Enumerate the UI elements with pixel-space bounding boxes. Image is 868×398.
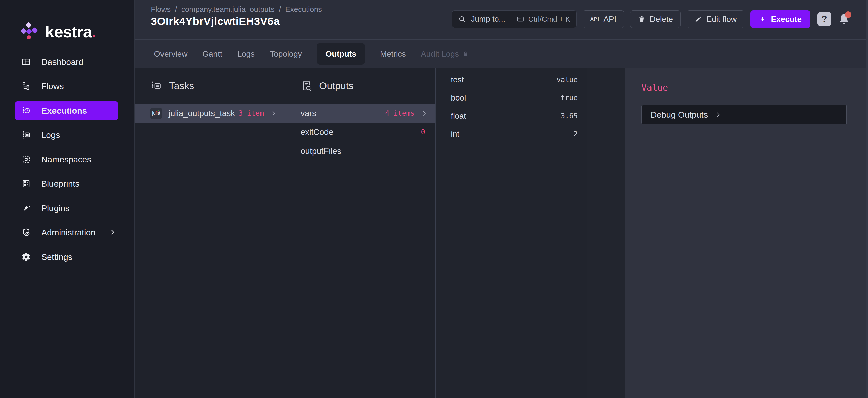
breadcrumb: Flows / company.team.julia_outputs / Exe… <box>151 5 322 13</box>
tab-overview[interactable]: Overview <box>154 49 187 59</box>
var-value: 3.65 <box>561 112 578 120</box>
edit-flow-button[interactable]: Edit flow <box>687 10 744 28</box>
sidebar-item-label: Plugins <box>41 203 69 213</box>
tasks-panel-header: Tasks <box>135 68 285 104</box>
sidebar-item-label: Executions <box>41 106 87 116</box>
tasks-panel-title: Tasks <box>169 81 194 91</box>
sidebar-item-flows[interactable]: Flows <box>0 76 134 96</box>
topbar: Flows / company.team.julia_outputs / Exe… <box>135 0 866 40</box>
var-row-bool[interactable]: bool true <box>436 89 587 107</box>
help-button[interactable]: ? <box>817 12 831 26</box>
execution-tabs: Overview Gantt Logs Topology Outputs Met… <box>135 40 866 68</box>
tab-metrics[interactable]: Metrics <box>380 49 406 59</box>
logs-icon <box>21 130 31 140</box>
trash-icon <box>638 15 646 23</box>
keyboard-icon <box>516 15 525 23</box>
namespaces-icon <box>21 155 31 164</box>
page-title: 3OIrk4YbrVjlcwtiEH3V6a <box>151 15 280 27</box>
kestra-app: kestra. Dashboard Flows Executions <box>0 0 868 398</box>
question-mark-icon: ? <box>822 14 827 24</box>
delete-button[interactable]: Delete <box>630 10 681 28</box>
execute-button[interactable]: Execute <box>750 10 810 28</box>
tab-gantt[interactable]: Gantt <box>203 49 222 59</box>
flows-icon <box>21 82 31 91</box>
api-button[interactable]: API API <box>583 10 624 28</box>
value-panel: Value Debug Outputs <box>625 68 866 398</box>
vars-items-count: 4 items <box>385 109 415 117</box>
sidebar: kestra. Dashboard Flows Executions <box>0 0 135 398</box>
edit-flow-button-label: Edit flow <box>706 14 737 24</box>
var-value: 2 <box>574 130 578 138</box>
tab-audit-logs-label: Audit Logs <box>421 49 459 59</box>
shortcut-label: Ctrl/Cmd + K <box>528 15 570 23</box>
delete-button-label: Delete <box>650 14 673 24</box>
notification-dot <box>845 11 851 18</box>
exitcode-value: 0 <box>421 128 425 136</box>
tasks-list-icon <box>150 80 162 92</box>
output-row-exitcode[interactable]: exitCode 0 <box>285 123 435 142</box>
outputs-panel-title: Outputs <box>319 81 353 91</box>
vertical-scrollbar[interactable] <box>866 0 868 398</box>
task-label: julia_outputs_task <box>168 109 235 118</box>
breadcrumb-executions[interactable]: Executions <box>285 5 322 13</box>
kestra-logo[interactable]: kestra. <box>20 22 96 42</box>
sidebar-item-label: Logs <box>41 130 60 140</box>
chevron-right-icon <box>421 110 428 117</box>
sidebar-item-executions[interactable]: Executions <box>14 101 118 120</box>
output-label: exitCode <box>301 127 333 137</box>
jump-to-search[interactable]: Jump to... Ctrl/Cmd + K <box>452 10 577 28</box>
sidebar-nav: Dashboard Flows Executions Logs <box>0 52 134 271</box>
lock-icon <box>462 50 469 57</box>
search-shortcut: Ctrl/Cmd + K <box>516 15 570 23</box>
breadcrumb-separator: / <box>175 5 177 13</box>
executions-icon <box>21 106 31 115</box>
outputs-panel: Outputs vars 4 items exitCode 0 outputFi… <box>285 68 435 398</box>
tab-outputs[interactable]: Outputs <box>317 43 365 65</box>
tab-topology[interactable]: Topology <box>270 49 302 59</box>
var-key: test <box>451 75 464 85</box>
var-row-float[interactable]: float 3.65 <box>436 107 587 125</box>
sidebar-item-plugins[interactable]: Plugins <box>0 198 134 218</box>
chevron-right-icon <box>109 228 116 236</box>
var-key: float <box>451 111 466 121</box>
sidebar-item-label: Settings <box>41 252 72 262</box>
sidebar-item-namespaces[interactable]: Namespaces <box>0 150 134 169</box>
chevron-right-icon <box>714 111 721 118</box>
tab-audit-logs[interactable]: Audit Logs <box>421 49 469 59</box>
pencil-icon <box>694 15 702 23</box>
logo-text: kestra. <box>45 22 96 41</box>
var-row-test[interactable]: test value <box>436 71 587 89</box>
vars-detail-panel: test value bool true float 3.65 int 2 <box>435 68 587 398</box>
output-label: outputFiles <box>301 146 341 156</box>
sidebar-item-dashboard[interactable]: Dashboard <box>0 52 134 71</box>
sidebar-item-logs[interactable]: Logs <box>0 125 134 145</box>
sidebar-item-administration[interactable]: Administration <box>0 223 134 242</box>
output-row-outputfiles[interactable]: outputFiles <box>285 142 435 160</box>
sidebar-item-label: Blueprints <box>41 179 80 189</box>
search-icon <box>458 15 466 23</box>
tasks-panel: Tasks julia julia_outputs_task 3 item <box>135 68 285 398</box>
output-label: vars <box>301 109 316 118</box>
sidebar-item-label: Dashboard <box>41 57 83 67</box>
notifications-button[interactable] <box>837 12 851 26</box>
breadcrumb-flows[interactable]: Flows <box>151 5 170 13</box>
julia-logo-icon: julia <box>150 108 162 119</box>
kestra-logo-icon <box>20 22 40 42</box>
chevron-right-icon <box>270 110 277 117</box>
var-row-int[interactable]: int 2 <box>436 125 587 143</box>
var-value: true <box>561 94 578 102</box>
debug-outputs-expander[interactable]: Debug Outputs <box>642 105 847 124</box>
plugins-icon <box>21 203 31 213</box>
breadcrumb-namespace[interactable]: company.team.julia_outputs <box>181 5 275 13</box>
breadcrumb-separator: / <box>279 5 281 13</box>
sidebar-item-label: Flows <box>41 82 64 91</box>
sidebar-item-settings[interactable]: Settings <box>0 247 134 267</box>
tab-logs[interactable]: Logs <box>237 49 255 59</box>
var-key: bool <box>451 93 466 102</box>
sidebar-item-blueprints[interactable]: Blueprints <box>0 174 134 193</box>
dashboard-icon <box>21 57 31 67</box>
output-row-vars[interactable]: vars 4 items <box>285 104 435 123</box>
file-search-icon <box>301 80 312 92</box>
empty-drilldown-column <box>587 68 625 398</box>
task-row-julia-outputs-task[interactable]: julia julia_outputs_task 3 item <box>135 104 285 123</box>
